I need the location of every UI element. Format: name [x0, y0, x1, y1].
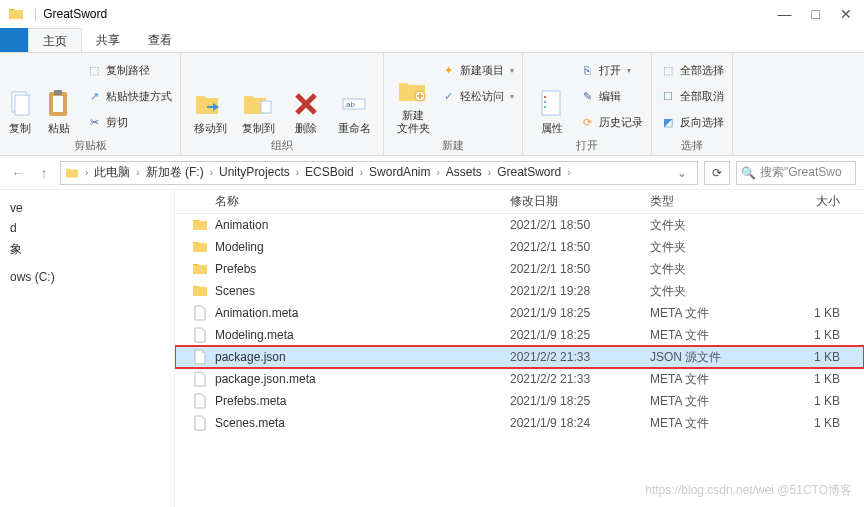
path-icon: ⬚ [86, 62, 102, 78]
file-view: 名称 修改日期 类型 大小 Animation2021/2/1 18:50文件夹… [175, 190, 864, 507]
select-none-button[interactable]: ☐全部取消 [660, 85, 724, 107]
sidebar-item[interactable]: ows (C:) [0, 267, 174, 287]
chevron-right-icon[interactable]: › [563, 167, 574, 178]
column-type[interactable]: 类型 [650, 193, 780, 210]
paste-button[interactable]: 粘贴 [38, 57, 80, 135]
file-size: 1 KB [780, 394, 840, 408]
ribbon-group-select: ⬚全部选择 ☐全部取消 ◩反向选择 选择 [652, 53, 733, 155]
file-row[interactable]: Prefebs2021/2/1 18:50文件夹 [175, 258, 864, 280]
titlebar-separator: | [34, 7, 37, 21]
file-name: Animation.meta [215, 306, 510, 320]
breadcrumb-item[interactable]: UnityProjects [217, 165, 292, 179]
breadcrumb-item[interactable]: GreatSword [495, 165, 563, 179]
tab-view[interactable]: 查看 [134, 28, 186, 52]
nav-back-icon[interactable]: ← [8, 163, 28, 183]
file-row[interactable]: Scenes2021/2/1 19:28文件夹 [175, 280, 864, 302]
shortcut-icon: ↗ [86, 88, 102, 104]
breadcrumb-item[interactable]: 新加卷 (F:) [144, 165, 206, 179]
file-type: JSON 源文件 [650, 349, 780, 366]
folder-icon [191, 216, 209, 234]
file-type: META 文件 [650, 415, 780, 432]
file-row[interactable]: package.json.meta2021/2/2 21:33META 文件1 … [175, 368, 864, 390]
file-row[interactable]: Animation.meta2021/1/9 18:25META 文件1 KB [175, 302, 864, 324]
chevron-right-icon[interactable]: › [206, 167, 217, 178]
svg-rect-5 [261, 101, 271, 113]
chevron-right-icon[interactable]: › [432, 167, 443, 178]
new-folder-icon [397, 75, 429, 107]
main-area: ved象ows (C:) 名称 修改日期 类型 大小 Animation2021… [0, 190, 864, 507]
copy-to-button[interactable]: 复制到 [237, 57, 279, 135]
tab-file[interactable] [0, 28, 28, 52]
breadcrumb-item[interactable]: SwordAnim [367, 165, 432, 179]
file-row[interactable]: Modeling2021/2/1 18:50文件夹 [175, 236, 864, 258]
ribbon-group-new: 新建 文件夹 ✦新建项目▾ ✓轻松访问▾ 新建 [384, 53, 523, 155]
tab-home[interactable]: 主页 [28, 28, 82, 52]
file-date: 2021/2/2 21:33 [510, 372, 650, 386]
chevron-right-icon[interactable]: › [484, 167, 495, 178]
file-date: 2021/1/9 18:25 [510, 394, 650, 408]
ribbon-group-clipboard: 复制 粘贴 ⬚复制路径 ↗粘贴快捷方式 ✂剪切 剪贴板 [0, 53, 181, 155]
chevron-right-icon[interactable]: › [132, 167, 143, 178]
history-button[interactable]: ⟳历史记录 [579, 111, 643, 133]
sidebar-item[interactable]: d [0, 218, 174, 238]
folder-icon [65, 166, 81, 180]
maximize-button[interactable]: □ [812, 6, 820, 22]
breadcrumb-item[interactable]: Assets [444, 165, 484, 179]
properties-icon [536, 88, 568, 120]
select-none-icon: ☐ [660, 88, 676, 104]
edit-icon: ✎ [579, 88, 595, 104]
select-all-button[interactable]: ⬚全部选择 [660, 59, 724, 81]
column-name[interactable]: 名称 [215, 193, 510, 210]
sidebar-item[interactable]: 象 [0, 238, 174, 261]
file-size: 1 KB [780, 328, 840, 342]
delete-button[interactable]: 删除 [285, 57, 327, 135]
breadcrumb-item[interactable]: 此电脑 [92, 165, 132, 179]
column-size[interactable]: 大小 [780, 193, 840, 210]
folder-icon [191, 260, 209, 278]
invert-selection-button[interactable]: ◩反向选择 [660, 111, 724, 133]
edit-button[interactable]: ✎编辑 [579, 85, 643, 107]
file-type: META 文件 [650, 393, 780, 410]
file-type: 文件夹 [650, 261, 780, 278]
search-input[interactable]: 🔍 搜索"GreatSwo [736, 161, 856, 185]
file-name: Animation [215, 218, 510, 232]
file-row[interactable]: Modeling.meta2021/1/9 18:25META 文件1 KB [175, 324, 864, 346]
folder-icon [191, 238, 209, 256]
file-name: Prefebs.meta [215, 394, 510, 408]
file-size: 1 KB [780, 372, 840, 386]
paste-shortcut-button[interactable]: ↗粘贴快捷方式 [86, 85, 172, 107]
file-row[interactable]: package.json2021/2/2 21:33JSON 源文件1 KB [175, 346, 864, 368]
file-row[interactable]: Scenes.meta2021/1/9 18:24META 文件1 KB [175, 412, 864, 434]
move-to-icon [194, 88, 226, 120]
file-size: 1 KB [780, 416, 840, 430]
close-button[interactable]: ✕ [840, 6, 852, 22]
breadcrumb[interactable]: › 此电脑›新加卷 (F:)›UnityProjects›ECSBoid›Swo… [60, 161, 698, 185]
ribbon-tabs: 主页 共享 查看 [0, 28, 864, 53]
chevron-right-icon[interactable]: › [81, 167, 92, 178]
new-folder-button[interactable]: 新建 文件夹 [392, 57, 434, 135]
move-to-button[interactable]: 移动到 [189, 57, 231, 135]
properties-button[interactable]: 属性 [531, 57, 573, 135]
sidebar-item[interactable]: ve [0, 198, 174, 218]
file-row[interactable]: Animation2021/2/1 18:50文件夹 [175, 214, 864, 236]
open-icon: ⎘ [579, 62, 595, 78]
cut-button[interactable]: ✂剪切 [86, 111, 172, 133]
svg-text:ab: ab [346, 100, 355, 109]
tab-share[interactable]: 共享 [82, 28, 134, 52]
refresh-button[interactable]: ⟳ [704, 161, 730, 185]
open-button[interactable]: ⎘打开▾ [579, 59, 643, 81]
breadcrumb-dropdown-icon[interactable]: ⌄ [671, 166, 693, 180]
column-date[interactable]: 修改日期 [510, 193, 650, 210]
chevron-right-icon[interactable]: › [356, 167, 367, 178]
nav-up-icon[interactable]: ↑ [34, 163, 54, 183]
easy-access-button[interactable]: ✓轻松访问▾ [440, 85, 514, 107]
copy-path-button[interactable]: ⬚复制路径 [86, 59, 172, 81]
file-row[interactable]: Prefebs.meta2021/1/9 18:25META 文件1 KB [175, 390, 864, 412]
new-item-button[interactable]: ✦新建项目▾ [440, 59, 514, 81]
rename-button[interactable]: ab 重命名 [333, 57, 375, 135]
minimize-button[interactable]: — [778, 6, 792, 22]
svg-point-11 [544, 101, 546, 103]
copy-button[interactable]: 复制 [8, 57, 32, 135]
breadcrumb-item[interactable]: ECSBoid [303, 165, 356, 179]
chevron-right-icon[interactable]: › [292, 167, 303, 178]
